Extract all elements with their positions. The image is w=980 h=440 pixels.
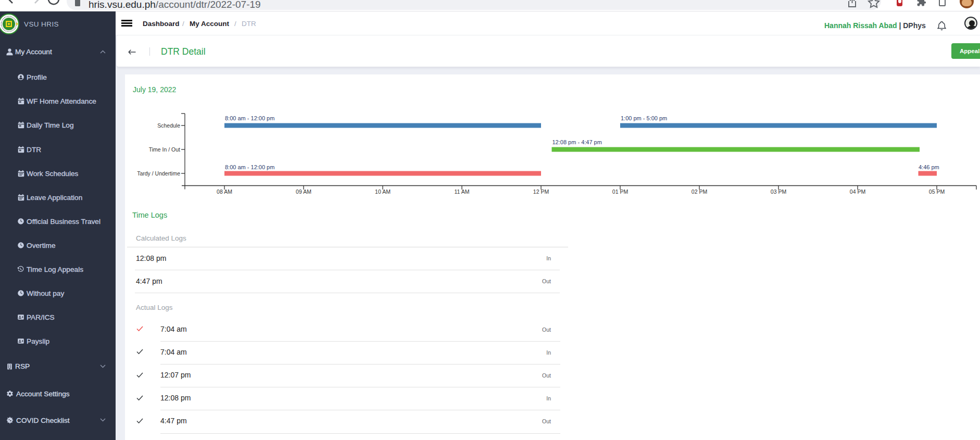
svg-text:01 PM: 01 PM xyxy=(612,188,628,195)
svg-text:4:46 pm: 4:46 pm xyxy=(919,164,939,170)
svg-text:12:08 pm - 4:47 pm: 12:08 pm - 4:47 pm xyxy=(552,139,602,145)
svg-text:05 PM: 05 PM xyxy=(929,188,945,195)
svg-text:02 PM: 02 PM xyxy=(692,188,707,195)
svg-text:8:00 am - 12:00 pm: 8:00 am - 12:00 pm xyxy=(225,164,274,170)
svg-text:08 AM: 08 AM xyxy=(217,188,232,195)
svg-text:09 AM: 09 AM xyxy=(296,188,311,195)
svg-text:11 AM: 11 AM xyxy=(455,188,470,195)
svg-text:12 PM: 12 PM xyxy=(533,188,549,195)
svg-text:04 PM: 04 PM xyxy=(850,188,865,195)
svg-text:Schedule: Schedule xyxy=(157,122,180,129)
svg-text:1:00 pm - 5:00 pm: 1:00 pm - 5:00 pm xyxy=(621,115,667,121)
svg-text:Tardy / Undertime: Tardy / Undertime xyxy=(137,170,180,177)
svg-text:03 PM: 03 PM xyxy=(771,188,786,195)
svg-text:Time In / Out: Time In / Out xyxy=(149,146,180,153)
svg-text:8:00 am - 12:00 pm: 8:00 am - 12:00 pm xyxy=(225,115,274,121)
svg-text:10 AM: 10 AM xyxy=(375,188,391,195)
